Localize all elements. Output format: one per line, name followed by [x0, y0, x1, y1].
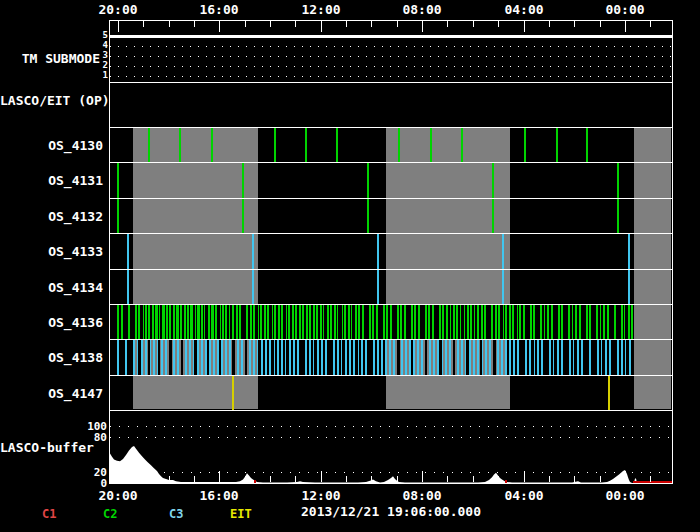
row-separator: [109, 198, 672, 199]
top-axis-tick: [194, 21, 195, 27]
bottom-axis-tick: [549, 476, 550, 482]
event-line: [628, 234, 630, 269]
stripe-gap: [475, 305, 477, 339]
stripe-gap: [609, 305, 612, 339]
event-line: [127, 270, 129, 304]
event-line: [524, 128, 526, 162]
stripe-gap: [520, 340, 523, 375]
stripe-gap: [564, 340, 567, 375]
bottom-axis-tick: [194, 476, 195, 482]
stripe-gap: [272, 340, 274, 375]
top-axis-tick: [371, 21, 372, 27]
bottom-axis-tick: [270, 476, 271, 482]
stripe-gap: [258, 340, 261, 375]
top-axis-tick: [600, 21, 601, 27]
stripe-gap: [171, 305, 173, 339]
stripe-gap: [617, 305, 619, 339]
legend-item-c1: C1: [42, 507, 56, 521]
stripe-gap: [379, 305, 381, 339]
event-line: [117, 199, 119, 233]
stripe-gap: [150, 305, 152, 339]
stripe-gap: [297, 305, 299, 339]
bottom-axis-label: 00:00: [595, 488, 655, 503]
event-line: [377, 270, 379, 304]
bottom-axis-tick: [219, 471, 220, 482]
bottom-axis-label: 12:00: [291, 488, 351, 503]
stripe-gap: [286, 340, 288, 375]
stripe-gap: [169, 340, 172, 375]
stripe-gap: [602, 340, 605, 375]
row-separator: [109, 304, 672, 305]
top-axis-tick: [498, 21, 499, 27]
stripe-gap: [138, 340, 141, 375]
stripe-gap: [466, 340, 469, 375]
plot-right-spine: [672, 20, 673, 484]
event-line: [367, 199, 369, 233]
bottom-axis-tick: [143, 476, 144, 482]
stripe-gap: [352, 305, 354, 339]
stripe-gap: [583, 340, 587, 375]
row-label-tm-submode: TM SUBMODE: [0, 51, 100, 66]
event-line: [305, 128, 307, 162]
row-label: OS_4130: [0, 138, 103, 153]
event-line: [502, 234, 504, 269]
stripe-gap: [439, 340, 442, 375]
event-line: [179, 128, 181, 162]
event-line: [336, 128, 338, 162]
stripe-gap: [535, 305, 539, 339]
stripe-gap: [448, 305, 450, 339]
stripe-gap: [507, 340, 509, 375]
stripe-gap: [193, 305, 195, 339]
timestamp: 2013/12/21 19:06:00.000: [110, 504, 672, 519]
top-axis-tick: [270, 21, 271, 27]
stripe-gap: [324, 305, 327, 339]
event-line: [617, 163, 619, 198]
bottom-axis-tick: [473, 476, 474, 482]
row-label: OS_4138: [0, 350, 103, 365]
stripe-gap: [543, 340, 547, 375]
row-separator: [109, 233, 672, 234]
bottom-axis-tick: [422, 471, 423, 482]
stripe-gap: [434, 305, 437, 339]
row-label-lasco-buffer: LASCO-buffer: [0, 440, 92, 455]
buffer-gridline: [110, 472, 672, 473]
bottom-axis-label: 04:00: [494, 488, 554, 503]
row-label: OS_4131: [0, 173, 103, 188]
row-label-lasco-eit-op: LASCO/EIT (OP): [0, 93, 102, 108]
top-axis-tick: [118, 21, 119, 32]
stripe-gap: [514, 305, 517, 339]
event-line: [586, 128, 588, 162]
top-axis-tick: [397, 21, 398, 27]
bottom-axis-tick: [321, 471, 322, 482]
event-line: [148, 128, 150, 162]
top-axis-tick: [473, 21, 474, 27]
panel-border: [109, 483, 672, 484]
stripe-gap: [420, 305, 423, 339]
lasco-timeline-screen: OS_4130OS_4131OS_4132OS_4133OS_4134OS_41…: [0, 0, 700, 532]
stripe-gap: [218, 305, 220, 339]
stripe-gap: [205, 305, 208, 339]
stripe-gap: [181, 340, 183, 375]
event-line: [492, 163, 494, 198]
bottom-axis-tick: [650, 476, 651, 482]
top-axis-label: 00:00: [595, 2, 655, 17]
stripe-gap: [311, 305, 313, 339]
stripe-gap: [488, 305, 491, 339]
stripe-gap: [397, 340, 400, 375]
stripe-gap: [243, 305, 246, 339]
stripe-gap: [338, 305, 342, 339]
top-axis-tick: [549, 21, 550, 27]
bottom-axis-tick: [574, 476, 575, 482]
event-line: [242, 163, 244, 198]
top-axis-label: 16:00: [189, 2, 249, 17]
stripe-gap: [592, 305, 596, 339]
top-axis-tick: [143, 21, 144, 27]
event-line: [127, 234, 129, 269]
stripe-gap: [230, 305, 232, 339]
row-separator: [109, 339, 672, 340]
stripe-gap: [131, 305, 134, 339]
stripe-gap: [356, 340, 358, 375]
stripe-gap: [207, 340, 209, 375]
plot-left-spine: [109, 20, 110, 484]
event-line: [211, 128, 213, 162]
